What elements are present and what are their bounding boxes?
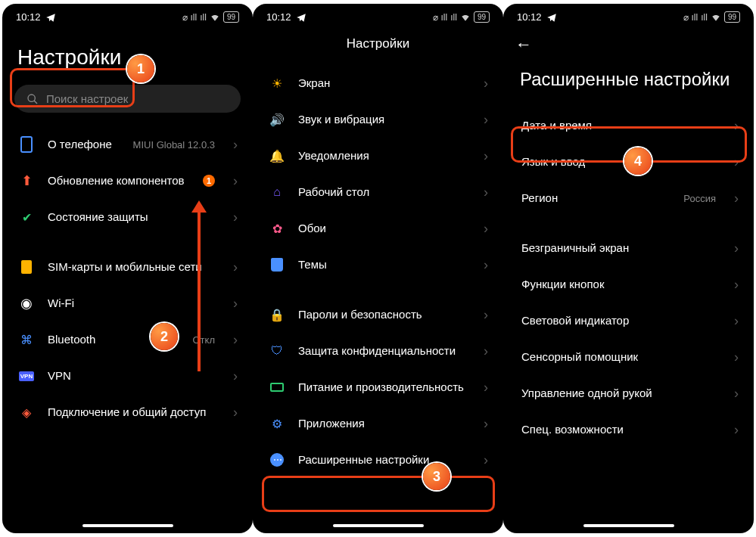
item-edgeless-screen[interactable]: Безграничный экран › (503, 230, 754, 266)
item-region[interactable]: Регион Россия › (503, 180, 754, 216)
item-desktop[interactable]: ⌂ Рабочий стол › (253, 174, 503, 210)
item-bluetooth[interactable]: ⌘ Bluetooth Откл › (2, 321, 253, 358)
page-title: Расширенные настройки (503, 54, 754, 107)
shield-icon: ✔ (22, 210, 32, 225)
chevron-icon: › (233, 368, 238, 384)
item-touch-assistant[interactable]: Сенсорный помощник › (503, 339, 754, 375)
page-title: Настройки (253, 27, 503, 65)
item-sound[interactable]: 🔊 Звук и вибрация › (253, 101, 503, 138)
lock-icon: 🔒 (269, 308, 285, 322)
chevron-icon: › (484, 148, 488, 164)
gesture-bar[interactable] (333, 524, 424, 527)
highlight-box-3 (262, 476, 495, 512)
item-about-phone[interactable]: О телефоне MIUI Global 12.0.3 › (2, 126, 253, 163)
item-sim-cards[interactable]: SIM-карты и мобильные сети › (2, 249, 253, 285)
chevron-icon: › (484, 112, 488, 128)
phone-screen-2: 10:12 ⌀ıllıll 99 Настройки ☀ Экран › 🔊 З… (253, 4, 503, 533)
svg-point-0 (28, 95, 35, 101)
item-component-update[interactable]: ⬆ Обновление компонентов 1 › (2, 163, 253, 199)
item-privacy[interactable]: 🛡 Защита конфиденциальности › (253, 333, 503, 369)
item-one-handed[interactable]: Управление одной рукой › (503, 375, 754, 411)
status-time: 10:12 (517, 11, 542, 23)
chevron-icon: › (734, 191, 739, 206)
item-wallpaper[interactable]: ✿ Обои › (253, 210, 503, 247)
share-icon: ◈ (22, 405, 31, 420)
speaker-icon: 🔊 (269, 113, 285, 127)
item-connection-sharing[interactable]: ◈ Подключение и общий доступ › (2, 394, 253, 430)
chevron-icon: › (233, 296, 238, 312)
item-button-functions[interactable]: Функции кнопок › (503, 266, 754, 303)
telegram-icon (546, 12, 557, 23)
chevron-icon: › (734, 422, 739, 438)
bluetooth-icon: ⌘ (20, 333, 33, 347)
battery-icon: 99 (474, 11, 490, 23)
chevron-icon: › (734, 154, 739, 170)
gear-icon: ⚙ (272, 417, 282, 431)
phone-screen-3: 10:12 ⌀ıllıll 99 ← Расширенные настройки… (503, 4, 754, 533)
chevron-icon: › (734, 386, 739, 402)
item-screen[interactable]: ☀ Экран › (253, 65, 503, 101)
callout-3: 3 (423, 463, 450, 490)
search-icon (26, 93, 39, 105)
chevron-icon: › (734, 313, 739, 329)
item-themes[interactable]: Темы › (253, 247, 503, 283)
search-input[interactable]: Поиск настроек (14, 85, 241, 113)
phone-icon (20, 136, 33, 153)
vpn-icon: VPN (19, 371, 34, 381)
dots-icon: ⋯ (270, 453, 284, 467)
brush-icon (271, 258, 283, 272)
item-led[interactable]: Световой индикатор › (503, 303, 754, 339)
chevron-icon: › (233, 259, 238, 275)
status-bar: 10:12 ⌀ıllıll 99 (2, 4, 253, 27)
sun-icon: ☀ (272, 76, 282, 91)
chevron-icon: › (233, 405, 238, 421)
item-power[interactable]: Питание и производительность › (253, 369, 503, 405)
item-security-status[interactable]: ✔ Состояние защиты › (2, 199, 253, 235)
update-badge: 1 (203, 175, 215, 187)
chevron-icon: › (233, 137, 238, 153)
gesture-bar[interactable] (82, 524, 173, 527)
item-passwords[interactable]: 🔒 Пароли и безопасность › (253, 296, 503, 333)
item-apps[interactable]: ⚙ Приложения › (253, 405, 503, 442)
chevron-icon: › (484, 76, 488, 92)
chevron-icon: › (484, 257, 488, 273)
item-advanced-settings[interactable]: ⋯ Расширенные настройки › (253, 442, 503, 478)
arrow-annotation (198, 200, 207, 371)
chevron-icon: › (734, 118, 739, 134)
bell-icon: 🔔 (269, 149, 285, 163)
chevron-icon: › (734, 349, 739, 365)
status-icons: ⌀ıllıll 99 (433, 11, 490, 23)
flower-icon: ✿ (272, 222, 282, 236)
search-placeholder: Поиск настроек (46, 92, 128, 105)
item-date-time[interactable]: Дата и время › (503, 107, 754, 144)
status-icons: ⌀ıllıll 99 (683, 11, 740, 23)
callout-4: 4 (624, 147, 652, 175)
shield-icon: 🛡 (271, 344, 283, 358)
telegram-icon (45, 12, 56, 23)
gesture-bar[interactable] (583, 524, 674, 527)
chevron-icon: › (484, 307, 488, 323)
svg-line-1 (34, 101, 37, 104)
phone-screen-1: 10:12 ⌀ıllıll 99 Настройки Поиск настрое… (2, 4, 253, 533)
item-notifications[interactable]: 🔔 Уведомления › (253, 138, 503, 174)
callout-2: 2 (151, 323, 178, 350)
chevron-icon: › (484, 416, 488, 432)
item-wifi[interactable]: ◉ Wi-Fi › (2, 285, 253, 321)
wifi-icon (210, 12, 220, 23)
chevron-icon: › (233, 332, 238, 348)
status-bar: 10:12 ⌀ıllıll 99 (253, 4, 503, 27)
battery-icon: 99 (223, 11, 239, 23)
wifi-icon (711, 12, 721, 23)
chevron-icon: › (734, 241, 739, 256)
battery-icon: 99 (724, 11, 740, 23)
chevron-icon: › (233, 173, 238, 189)
item-vpn[interactable]: VPN VPN › (2, 358, 253, 394)
item-accessibility[interactable]: Спец. возможности › (503, 411, 754, 448)
callout-1: 1 (127, 55, 154, 82)
back-button[interactable]: ← (515, 35, 532, 54)
chevron-icon: › (484, 380, 488, 396)
wifi-icon (460, 12, 471, 23)
battery-icon (270, 383, 284, 392)
chevron-icon: › (484, 221, 488, 237)
arrow-up-icon: ⬆ (21, 172, 33, 189)
